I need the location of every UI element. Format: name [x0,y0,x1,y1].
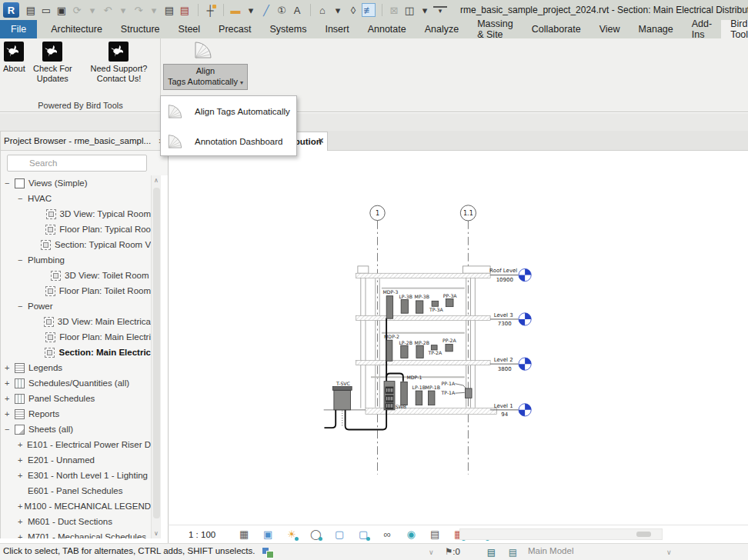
synchronize-icon[interactable]: ⟳ [70,3,84,17]
expand-toggle-icon[interactable]: − [5,178,15,188]
home-view-icon[interactable]: ⌂ [316,3,329,17]
tree-item[interactable]: + M601 - Duct Sections [1,514,151,529]
ribbon-tab[interactable]: Steel [169,20,210,38]
tree-item[interactable]: + E101 - Electrical Power Riser D [1,437,151,452]
reveal-hidden-elements-icon[interactable]: ◉ [402,527,419,542]
expand-toggle-icon[interactable]: + [18,471,28,480]
close-icon[interactable]: × [314,132,328,150]
ruler-caret-icon[interactable]: ▾ [244,3,258,17]
tree-item[interactable]: Floor Plan: Toilet Room [1,283,151,298]
undo-caret-icon[interactable]: ▾ [116,3,130,17]
text-icon[interactable]: A [290,3,304,17]
expand-toggle-icon[interactable]: − [18,194,28,203]
tree-item[interactable]: − HVAC [1,191,151,206]
tree-scrollbar[interactable]: ∧ ∨ [151,175,161,538]
expand-toggle-icon[interactable]: + [18,502,25,511]
section-marker-icon[interactable]: ◊ [346,3,360,17]
sun-path-icon[interactable]: ☀ [283,527,300,542]
tree-item[interactable]: − Plumbing [1,252,151,268]
scroll-down-icon[interactable]: ∨ [152,530,161,537]
ruler-icon[interactable]: ▬ [229,3,242,17]
redo-icon[interactable]: ↷ [132,3,145,17]
bird-tools-button[interactable]: About [3,40,25,97]
tree-item[interactable]: + Panel Schedules [1,391,151,406]
ribbon-tab[interactable]: Precast [209,20,260,38]
redo-caret-icon[interactable]: ▾ [147,3,161,17]
bird-tools-button[interactable]: Need Support? Contact Us! [80,40,158,97]
tree-item[interactable]: + E201 - Unnamed [1,452,151,468]
dropdown-menu-item[interactable]: Annotation Dashboard [161,126,296,156]
thin-lines-icon[interactable]: ≢ [362,3,376,17]
tree-item[interactable]: + Legends [1,360,151,375]
chevron-down-icon[interactable]: ∨ [429,548,434,556]
worksharing-status-icon[interactable] [262,548,273,557]
active-design-option[interactable]: Main Model [528,546,573,555]
expand-toggle-icon[interactable]: + [18,440,27,449]
tree-item[interactable]: 3D View: Typical Room [1,206,151,222]
separator[interactable] [377,4,382,16]
measure-icon[interactable]: ┼ [203,3,217,17]
tree-item[interactable]: − Power [1,298,151,314]
ribbon-tab[interactable]: Collaborate [523,20,590,38]
horizontal-scrollbar[interactable] [459,528,663,540]
chevron-down-icon[interactable]: ∨ [666,548,672,556]
search-input[interactable] [7,155,147,172]
drawing-area[interactable]: Roof Level 10900 Level 3 7300 Level 2 38… [168,151,748,525]
worksets-button[interactable]: ⚑:0 [445,546,460,557]
tree-item[interactable]: Floor Plan: Main Electri [1,329,151,345]
ribbon-tab[interactable]: Structure [112,20,169,38]
customize-qat-icon[interactable]: ▾ [433,6,447,14]
tree-item[interactable]: Floor Plan: Typical Roo [1,222,151,237]
separator[interactable] [193,4,199,16]
align-tags-automatically-button[interactable]: Align Tags Automatically ▾ [163,39,248,96]
scroll-up-icon[interactable]: ∧ [152,177,161,184]
tree-item[interactable]: + Schedules/Quantities (all) [1,375,151,391]
tree-item[interactable]: + M100 - MECHANICAL LEGEND [1,498,151,514]
expand-toggle-icon[interactable]: − [18,302,28,311]
separator[interactable] [306,4,311,16]
chevron-down-icon[interactable]: ▾ [240,79,243,86]
switch-windows-caret-icon[interactable]: ▾ [418,3,432,17]
home-caret-icon[interactable]: ▾ [331,3,345,17]
ribbon-tab[interactable]: Analyze [416,20,468,38]
expand-toggle-icon[interactable]: + [5,363,15,372]
separator[interactable] [219,4,224,16]
ribbon-tab[interactable]: Massing & Site [468,20,523,38]
tree-item[interactable]: 3D View: Main Electrica [1,314,151,329]
ribbon-tab[interactable]: Insert [316,20,358,38]
revit-logo[interactable]: R [3,2,19,18]
tree-item[interactable]: 3D View: Toilet Room [1,268,151,283]
aligned-dimension-icon[interactable]: ╱ [259,3,273,17]
undo-icon[interactable]: ↶ [101,3,115,17]
scrollbar-thumb[interactable] [153,188,160,518]
ribbon-tab[interactable]: Systems [260,20,316,38]
visual-style-icon[interactable]: ▣ [259,527,276,542]
design-options-icon[interactable]: ▤ [507,547,519,558]
tree-item[interactable]: − Views (Simple) [1,175,151,191]
tree-item[interactable]: + E301 - North Level 1 - Lighting [1,468,151,483]
close-inactive-windows-icon[interactable]: ⊠ [387,3,401,17]
print-icon[interactable]: ▤ [162,3,176,17]
tree-item[interactable]: + M701 - Mechanical Schedules [1,529,151,538]
ribbon-tab[interactable]: Architecture [42,20,112,38]
tree-item[interactable]: − Sheets (all) [1,422,151,437]
scrollbar-thumb[interactable] [636,532,651,537]
expand-toggle-icon[interactable]: + [5,409,15,418]
expand-toggle-icon[interactable]: + [18,532,28,538]
tree-item[interactable]: + Reports [1,406,151,422]
ribbon-tab[interactable]: Manage [629,20,683,38]
expand-toggle-icon[interactable]: + [5,394,15,403]
bird-tools-button[interactable]: Check For Updates [25,40,80,97]
ribbon-tab[interactable]: File [0,20,37,38]
switch-windows-icon[interactable]: ◫ [402,3,416,17]
synchronize-caret-icon[interactable]: ▾ [85,3,99,17]
expand-toggle-icon[interactable]: + [5,378,15,388]
ribbon-tab[interactable]: View [590,20,629,38]
print-setup-icon[interactable]: ▤ [178,3,192,17]
ribbon-tab[interactable]: Bird Tools [721,20,748,38]
expand-toggle-icon[interactable]: − [18,255,28,265]
temporary-view-properties-icon[interactable]: ▤ [426,527,443,542]
show-crop-region-icon[interactable]: ▢ [355,527,372,542]
expand-toggle-icon[interactable]: + [18,455,28,465]
file-menu-icon[interactable]: ▤ [24,3,38,17]
